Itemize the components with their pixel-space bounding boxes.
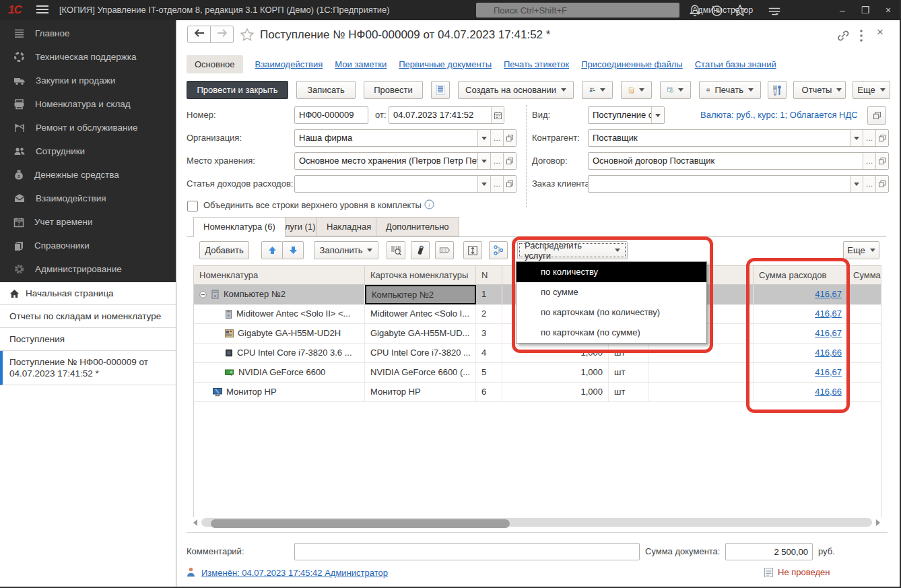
number-field[interactable]: НФ00-000009 xyxy=(294,106,368,124)
service-tools-icon[interactable] xyxy=(768,81,787,99)
dropdown-arrow-icon[interactable] xyxy=(850,176,863,192)
scroll-left-arrow[interactable] xyxy=(193,519,197,526)
service-menu-icon[interactable] xyxy=(768,5,781,18)
scroll-right-arrow[interactable] xyxy=(876,519,880,526)
more-button[interactable]: Еще xyxy=(853,81,890,99)
open-button[interactable] xyxy=(875,130,888,146)
dropdown-arrow-icon[interactable] xyxy=(477,176,490,192)
open-button[interactable] xyxy=(503,153,516,169)
tab-main[interactable]: Основное xyxy=(187,55,243,73)
create-based-on-button[interactable]: Создать на основании xyxy=(458,81,574,99)
contractor-field[interactable]: Поставщик … xyxy=(588,129,889,147)
back-button[interactable] xyxy=(187,26,211,43)
distribute-services-button[interactable]: Распределить услуги xyxy=(517,241,628,259)
scanner-icon[interactable] xyxy=(411,241,430,259)
choose-button[interactable]: … xyxy=(490,153,503,169)
tab-nomenclature[interactable]: Номенклатура (6) xyxy=(193,217,286,237)
menu-item-by-cards-sum[interactable]: по карточкам (по сумме) xyxy=(516,323,706,343)
current-user[interactable]: Администратор xyxy=(692,5,753,15)
client-order-field[interactable]: … xyxy=(588,175,889,193)
post-and-close-button[interactable]: Провести и закрыть xyxy=(187,81,288,99)
table-row[interactable]: CPU Intel Core i7-3820 3.6 ... CPU Intel… xyxy=(194,344,881,363)
menu-item-by-quantity[interactable]: по количеству xyxy=(516,262,706,282)
expenses-link[interactable]: 416,67 xyxy=(815,324,842,343)
contact-create-button[interactable] xyxy=(582,81,613,99)
sidebar-item-time[interactable]: 7Учет времени xyxy=(0,210,176,234)
expenses-link[interactable]: 416,66 xyxy=(815,383,842,401)
post-button[interactable]: Провести xyxy=(364,81,423,99)
move-up-button[interactable] xyxy=(261,241,283,259)
sidebar-item-active-receipt[interactable]: Поступление № НФ00-000009 от 04.07.2023 … xyxy=(0,351,176,385)
sidebar-item-purchases[interactable]: Закупки и продажи xyxy=(0,69,176,92)
sidebar-item-repair[interactable]: Ремонт и обслуживание xyxy=(0,116,176,139)
dropdown-arrow-icon[interactable] xyxy=(651,107,664,123)
col-nomenclature[interactable]: Номенклатура xyxy=(194,265,365,285)
tab-kb-articles[interactable]: Статьи базы знаний xyxy=(695,59,776,69)
tab-interactions[interactable]: Взаимодействия xyxy=(255,59,323,69)
tab-my-notes[interactable]: Мои заметки xyxy=(335,59,387,69)
sidebar-item-administration[interactable]: Администрирование xyxy=(0,257,176,281)
fit-rows-icon[interactable] xyxy=(463,241,482,259)
dropdown-arrow-icon[interactable] xyxy=(477,153,490,169)
dropdown-arrow-icon[interactable] xyxy=(477,130,490,146)
sidebar-item-nomenclature[interactable]: Номенклатура и склад xyxy=(0,92,176,116)
barcode-search-icon[interactable] xyxy=(387,241,405,259)
table-more-button[interactable]: Еще xyxy=(843,241,879,259)
move-down-button[interactable] xyxy=(282,241,304,259)
sidebar-item-glavnoe[interactable]: Главное xyxy=(0,22,176,45)
minimize-button[interactable]: – xyxy=(831,0,854,20)
open-button[interactable] xyxy=(503,130,516,146)
contract-field[interactable]: Основной договор Поставщик … xyxy=(588,152,889,170)
calendar-picker-icon[interactable] xyxy=(491,107,504,123)
main-menu-icon[interactable] xyxy=(36,5,48,14)
col-expenses[interactable]: Сумма расходов xyxy=(754,265,848,285)
modified-link[interactable]: Изменён: 04.07.2023 17:45:42 Администрат… xyxy=(201,568,388,578)
tab-label-print[interactable]: Печать этикеток xyxy=(504,59,569,69)
sidebar-item-references[interactable]: Справочники xyxy=(0,234,176,257)
choose-button[interactable]: … xyxy=(863,130,875,146)
group-tree-icon[interactable] xyxy=(489,241,508,259)
choose-button[interactable]: … xyxy=(863,176,875,192)
add-row-button[interactable]: Добавить xyxy=(199,241,249,259)
sidebar-item-employees[interactable]: Сотрудники xyxy=(0,139,176,163)
scrollbar-track[interactable] xyxy=(201,518,872,527)
document-sum-input[interactable] xyxy=(725,543,813,560)
planned-interaction-button[interactable] xyxy=(621,81,652,99)
col-card[interactable]: Карточка номенклатуры xyxy=(365,265,476,285)
maximize-button[interactable]: ❒ xyxy=(854,0,877,20)
expenses-link[interactable]: 416,67 xyxy=(815,285,842,304)
storage-field[interactable]: Основное место хранения (Петров Петр Пет… xyxy=(294,152,516,170)
expenses-link[interactable]: 416,67 xyxy=(815,304,842,323)
price-tag-icon[interactable]: 0-9 xyxy=(435,241,454,259)
menu-item-by-sum[interactable]: по сумме xyxy=(516,282,706,302)
sidebar-item-warehouse-reports[interactable]: Отчеты по складам и номенклатуре xyxy=(0,305,176,328)
comment-input[interactable] xyxy=(294,543,640,560)
fill-button[interactable]: Заполнить xyxy=(314,241,378,259)
open-button[interactable] xyxy=(875,176,888,192)
search-input[interactable] xyxy=(476,3,679,18)
forward-button[interactable] xyxy=(210,26,234,43)
reports-button[interactable]: Отчеты xyxy=(793,81,846,99)
date-field[interactable]: 04.07.2023 17:41:52 xyxy=(389,106,504,124)
sidebar-item-interactions[interactable]: Взаимодействия xyxy=(0,187,176,210)
events-calendar-button[interactable] xyxy=(660,81,691,99)
kind-field[interactable]: Поступление от xyxy=(588,106,665,124)
tab-attached-files[interactable]: Присоединенные файлы xyxy=(581,59,683,69)
save-button[interactable]: Записать xyxy=(296,81,356,99)
organization-field[interactable]: Наша фирма … xyxy=(294,129,516,147)
close-window-button[interactable]: × xyxy=(877,0,900,20)
currency-settings-link[interactable]: Валюта: руб., курс: 1; Облагается НДС xyxy=(700,110,858,120)
table-row[interactable]: NVIDIA GeForce 6600 NVIDIA GeForce 6600 … xyxy=(194,363,881,383)
get-link-icon[interactable] xyxy=(836,30,850,42)
expenses-link[interactable]: 416,66 xyxy=(815,344,842,362)
register-records-icon[interactable] xyxy=(431,81,450,99)
col-n[interactable]: N xyxy=(476,265,502,285)
expenses-link[interactable]: 416,67 xyxy=(815,363,842,382)
sidebar-item-home[interactable]: Начальная страница xyxy=(0,282,176,305)
dropdown-arrow-icon[interactable] xyxy=(850,130,863,146)
combine-sets-checkbox[interactable] xyxy=(187,201,198,211)
close-form-icon[interactable]: × xyxy=(877,26,883,39)
open-button[interactable] xyxy=(875,153,888,169)
print-button[interactable]: Печать xyxy=(699,81,761,99)
scrollbar-thumb[interactable] xyxy=(211,519,510,528)
